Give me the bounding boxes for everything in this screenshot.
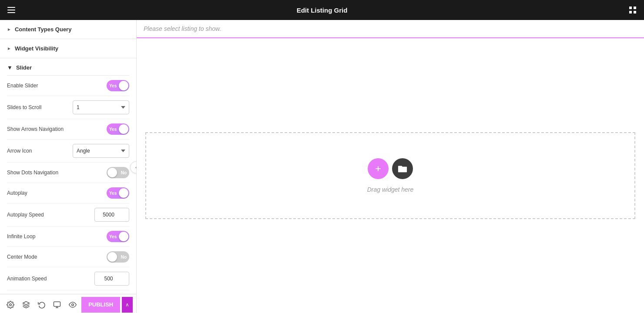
- svg-marker-8: [23, 301, 29, 305]
- sidebar-item-widget-visibility[interactable]: ► Widget Visibility: [0, 39, 136, 58]
- show-arrows-label: Show Arrows Navigation: [7, 126, 107, 132]
- slider-section-header[interactable]: ▼ Slider: [7, 58, 129, 76]
- responsive-icon[interactable]: [50, 297, 64, 313]
- svg-rect-9: [54, 302, 60, 306]
- history-icon[interactable]: [35, 297, 49, 313]
- slider-title-label: Slider: [16, 64, 32, 71]
- enable-slider-label: Enable Slider: [7, 83, 107, 89]
- autoplay-knob: [119, 188, 128, 198]
- slides-to-scroll-row: Slides to Scroll 123: [7, 96, 129, 119]
- enable-slider-toggle[interactable]: Yes: [107, 80, 129, 91]
- eye-icon[interactable]: [66, 297, 80, 313]
- show-arrows-row: Show Arrows Navigation Yes: [7, 119, 129, 140]
- infinite-loop-knob: [119, 232, 128, 241]
- arrow-icon-row: Arrow Icon AngleArrowChevron: [7, 140, 129, 163]
- svg-rect-5: [629, 11, 632, 13]
- show-arrows-knob: [119, 124, 128, 134]
- show-arrows-toggle[interactable]: Yes: [107, 123, 129, 135]
- enable-slider-row: Enable Slider Yes: [7, 76, 129, 96]
- animation-speed-label: Animation Speed: [7, 276, 94, 282]
- drop-buttons: +: [368, 158, 413, 179]
- menu-icon[interactable]: [5, 4, 17, 16]
- preview-area: Please select listing to show. + Drag wi…: [137, 20, 644, 313]
- show-arrows-toggle-label: Yes: [109, 127, 117, 132]
- enable-slider-toggle-label: Yes: [109, 83, 117, 88]
- arrow-icon-select[interactable]: AngleArrowChevron: [73, 144, 129, 158]
- svg-rect-2: [7, 12, 15, 13]
- center-mode-toggle[interactable]: No: [107, 251, 129, 263]
- autoplay-toggle-label: Yes: [109, 191, 117, 196]
- bottom-toolbar: PUBLISH ∧: [0, 294, 136, 313]
- enable-slider-toggle-wrapper: Yes: [107, 80, 129, 91]
- arrow-icon-label: Arrow Icon: [7, 148, 73, 154]
- drop-zone: + Drag widget here: [145, 132, 635, 219]
- add-widget-button[interactable]: +: [368, 158, 389, 179]
- infinite-loop-toggle[interactable]: Yes: [107, 231, 129, 242]
- show-dots-row: Show Dots Navigation No: [7, 163, 129, 183]
- arrow-right-icon: ►: [7, 27, 11, 32]
- center-mode-label: Center Mode: [7, 254, 107, 260]
- enable-slider-knob: [119, 81, 128, 90]
- arrow-right-icon-2: ►: [7, 46, 11, 51]
- sidebar-content: ► Content Types Query ► Widget Visibilit…: [0, 20, 136, 294]
- slides-to-scroll-label: Slides to Scroll: [7, 104, 73, 110]
- show-dots-toggle-label: No: [121, 170, 127, 175]
- autoplay-speed-input[interactable]: [94, 208, 129, 222]
- show-dots-toggle[interactable]: No: [107, 167, 129, 178]
- svg-point-12: [72, 303, 74, 306]
- autoplay-speed-row: Autoplay Speed: [7, 203, 129, 226]
- svg-rect-0: [7, 7, 15, 8]
- svg-rect-1: [7, 10, 15, 10]
- top-header: Edit Listing Grid: [0, 0, 644, 20]
- animation-speed-row: Animation Speed: [7, 267, 129, 290]
- infinite-loop-toggle-label: Yes: [109, 234, 117, 239]
- show-dots-knob: [107, 168, 117, 177]
- publish-chevron-icon[interactable]: ∧: [122, 297, 133, 313]
- show-dots-label: Show Dots Navigation: [7, 170, 107, 176]
- center-mode-knob: [107, 252, 117, 262]
- slider-section: ▼ Slider Enable Slider Yes: [0, 58, 136, 290]
- sidebar: ► Content Types Query ► Widget Visibilit…: [0, 20, 137, 313]
- center-mode-toggle-label: No: [121, 255, 127, 260]
- infinite-loop-label: Infinite Loop: [7, 233, 107, 240]
- infinite-loop-row: Infinite Loop Yes: [7, 226, 129, 247]
- center-mode-row: Center Mode No: [7, 247, 129, 267]
- arrow-down-icon: ▼: [7, 64, 13, 71]
- svg-rect-6: [634, 11, 636, 13]
- layers-icon[interactable]: [19, 297, 33, 313]
- svg-rect-4: [634, 7, 636, 9]
- sidebar-inner: ► Content Types Query ► Widget Visibilit…: [0, 20, 136, 313]
- page-title: Edit Listing Grid: [23, 7, 621, 14]
- preview-notice: Please select listing to show.: [137, 20, 644, 38]
- autoplay-speed-label: Autoplay Speed: [7, 212, 94, 218]
- autoplay-label: Autoplay: [7, 190, 107, 196]
- grid-icon[interactable]: [627, 4, 639, 16]
- svg-point-7: [10, 303, 12, 306]
- autoplay-row: Autoplay Yes: [7, 183, 129, 203]
- sidebar-item-content-types-query[interactable]: ► Content Types Query: [0, 20, 136, 39]
- drop-text: Drag widget here: [367, 186, 414, 193]
- settings-icon[interactable]: [3, 297, 17, 313]
- animation-speed-input[interactable]: [94, 272, 129, 286]
- widget-visibility-label: Widget Visibility: [15, 45, 58, 52]
- slides-to-scroll-select[interactable]: 123: [73, 100, 129, 114]
- svg-rect-3: [629, 7, 632, 9]
- preview-canvas: + Drag widget here: [137, 38, 644, 313]
- main-layout: ► Content Types Query ► Widget Visibilit…: [0, 20, 644, 313]
- autoplay-toggle[interactable]: Yes: [107, 187, 129, 199]
- folder-button[interactable]: [392, 158, 413, 179]
- publish-button[interactable]: PUBLISH: [81, 297, 120, 313]
- content-types-label: Content Types Query: [15, 26, 72, 33]
